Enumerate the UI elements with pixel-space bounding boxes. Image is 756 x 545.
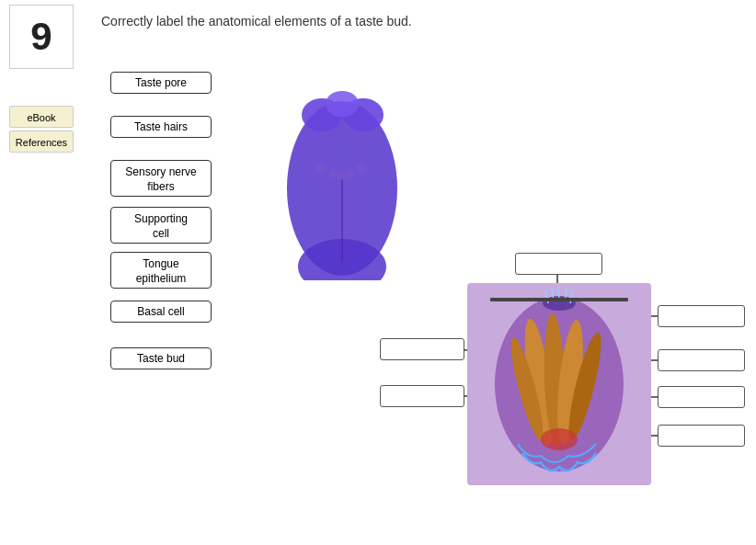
taste-bud-diagram (467, 283, 651, 485)
svg-point-22 (346, 169, 355, 178)
drop-box-bottom-right[interactable] (658, 425, 745, 447)
label-btn-taste-hairs[interactable]: Taste hairs (110, 116, 212, 138)
drop-box-right-bot[interactable] (658, 386, 745, 408)
label-btn-sensory-nerve-fibers[interactable]: Sensory nervefibers (110, 160, 212, 197)
drop-box-right-mid[interactable] (658, 349, 745, 371)
svg-point-20 (329, 169, 338, 178)
drop-box-top-center[interactable] (515, 253, 602, 275)
tongue-illustration (271, 69, 414, 280)
svg-rect-39 (490, 298, 628, 301)
label-btn-basal-cell[interactable]: Basal cell (110, 301, 212, 323)
drop-box-left-top[interactable] (380, 338, 464, 360)
svg-point-18 (326, 91, 359, 117)
svg-point-38 (541, 428, 578, 450)
label-btn-supporting-cell[interactable]: Supportingcell (110, 207, 212, 244)
drop-box-right-top[interactable] (658, 305, 745, 327)
svg-point-23 (357, 163, 368, 174)
references-button[interactable]: References (9, 131, 74, 153)
drop-box-left-bot[interactable] (380, 385, 464, 407)
label-btn-taste-bud[interactable]: Taste bud (110, 347, 212, 369)
svg-point-19 (316, 163, 327, 174)
label-btn-tongue-epithelium[interactable]: Tongueepithelium (110, 252, 212, 289)
instruction-text: Correctly label the anatomical elements … (101, 14, 412, 28)
ebook-button[interactable]: eBook (9, 106, 74, 128)
label-btn-taste-pore[interactable]: Taste pore (110, 72, 212, 94)
question-number: 9 (9, 5, 74, 69)
